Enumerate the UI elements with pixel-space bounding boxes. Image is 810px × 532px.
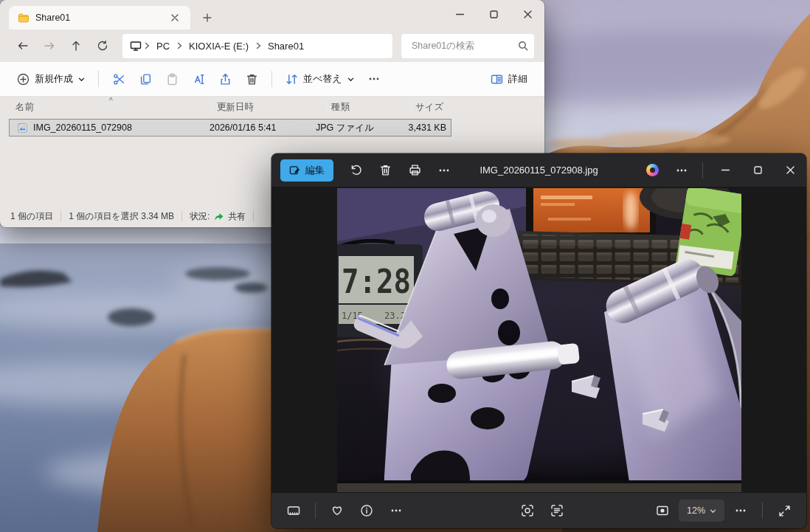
visual-search-button[interactable] xyxy=(513,498,542,523)
rotate-button[interactable] xyxy=(341,158,370,183)
explorer-toolbar: 新規作成 xyxy=(0,62,544,97)
divider xyxy=(271,71,272,87)
close-button[interactable] xyxy=(510,0,544,28)
column-type[interactable]: 種類 xyxy=(328,100,412,114)
breadcrumb[interactable]: PC KIOXIA-E (E:) Share01 xyxy=(122,34,392,58)
tab-title: Share01 xyxy=(35,13,159,23)
breadcrumb-item-folder[interactable]: Share01 xyxy=(263,41,308,52)
divider xyxy=(181,211,182,221)
minimize-icon xyxy=(721,166,730,174)
chevron-right-icon xyxy=(143,42,150,49)
plus-icon xyxy=(203,13,212,22)
clock-time: 7:28 xyxy=(342,263,411,300)
explorer-tab-bar: Share01 xyxy=(0,0,544,30)
edit-label: 編集 xyxy=(305,164,325,177)
copy-button[interactable] xyxy=(132,66,159,91)
minimize-icon xyxy=(456,10,464,18)
more-button[interactable] xyxy=(429,158,459,183)
scissors-icon xyxy=(113,73,125,86)
maximize-button[interactable] xyxy=(741,153,774,187)
maximize-button[interactable] xyxy=(477,0,510,28)
text-extract-icon xyxy=(550,504,564,517)
filmstrip-button[interactable] xyxy=(279,498,308,523)
desktop: Share01 xyxy=(0,0,810,532)
share-button[interactable] xyxy=(212,66,238,91)
fullscreen-button[interactable] xyxy=(769,498,799,523)
status-share-label[interactable]: 共有 xyxy=(228,210,246,223)
refresh-button[interactable] xyxy=(90,34,115,58)
column-modified[interactable]: 更新日時 xyxy=(213,100,328,114)
divider xyxy=(98,71,99,87)
rename-button[interactable] xyxy=(185,66,212,91)
zoom-level-dropdown[interactable]: 12% xyxy=(679,500,724,522)
image-file-icon xyxy=(17,122,28,134)
divider xyxy=(702,162,703,179)
copilot-icon xyxy=(646,164,659,176)
zoom-more-button[interactable] xyxy=(726,498,755,523)
column-headers: ^ 名前 更新日時 種類 サイズ xyxy=(0,97,544,117)
arrow-right-icon xyxy=(44,40,55,52)
chevron-right-icon xyxy=(255,42,262,49)
info-icon xyxy=(360,504,373,517)
paste-button[interactable] xyxy=(159,66,185,91)
photos-toolbar: 12% xyxy=(271,493,806,528)
ellipsis-icon xyxy=(438,165,450,176)
more-options-button[interactable] xyxy=(361,66,387,91)
share-icon xyxy=(219,73,232,86)
sort-ascending-caret: ^ xyxy=(109,97,113,105)
ellipsis-icon xyxy=(735,505,747,517)
search-icon xyxy=(518,41,528,51)
file-modified: 2026/01/16 5:41 xyxy=(210,122,316,133)
paste-icon xyxy=(166,73,179,86)
forward-button[interactable] xyxy=(37,34,62,58)
cut-button[interactable] xyxy=(105,66,132,91)
edit-button[interactable]: 編集 xyxy=(280,159,333,182)
details-view-button[interactable]: 詳細 xyxy=(484,66,534,91)
minimize-button[interactable] xyxy=(443,0,477,28)
text-extract-button[interactable] xyxy=(542,498,572,523)
explorer-caption-buttons xyxy=(443,0,544,28)
back-button[interactable] xyxy=(10,34,35,58)
sort-button[interactable]: 並べ替え xyxy=(279,66,361,91)
search-input[interactable] xyxy=(410,40,518,52)
favorite-button[interactable] xyxy=(322,498,352,523)
info-button[interactable] xyxy=(352,498,381,523)
plus-circle-icon xyxy=(17,73,30,86)
ellipsis-icon xyxy=(368,73,380,85)
print-button[interactable] xyxy=(400,158,429,183)
chevron-down-icon xyxy=(710,508,716,514)
new-item-label: 新規作成 xyxy=(35,72,73,86)
folder-icon xyxy=(18,12,30,24)
delete-button[interactable] xyxy=(238,66,265,91)
new-item-button[interactable]: 新規作成 xyxy=(10,66,91,91)
new-tab-button[interactable] xyxy=(198,8,217,27)
visual-search-icon xyxy=(521,504,534,517)
status-item-count: 1 個の項目 xyxy=(10,210,53,223)
chevron-down-icon xyxy=(347,76,354,83)
breadcrumb-item-drive[interactable]: KIOXIA-E (E:) xyxy=(184,41,253,52)
copy-icon xyxy=(139,73,152,86)
tab-close-icon[interactable] xyxy=(165,8,184,27)
photo-image[interactable]: 7:28 1/15 23.2 xyxy=(337,188,741,492)
printer-icon xyxy=(409,164,421,176)
close-button[interactable] xyxy=(774,153,806,187)
more-button-right[interactable] xyxy=(667,158,696,183)
copilot-button[interactable] xyxy=(637,158,667,183)
zoom-fit-button[interactable] xyxy=(648,498,677,523)
table-row[interactable]: IMG_20260115_072908 2026/01/16 5:41 JPG … xyxy=(9,119,451,137)
photos-titlebar: 編集 IMG_20260115_072908.jpg xyxy=(271,153,806,187)
delete-button[interactable] xyxy=(370,158,400,183)
column-size[interactable]: サイズ xyxy=(412,100,474,114)
sort-icon xyxy=(285,73,298,86)
refresh-icon xyxy=(97,40,108,52)
more-button[interactable] xyxy=(381,498,411,523)
rename-icon xyxy=(193,73,205,86)
up-button[interactable] xyxy=(63,34,89,58)
minimize-button[interactable] xyxy=(709,153,741,187)
details-panel-icon xyxy=(491,73,503,86)
chevron-right-icon xyxy=(176,42,183,49)
details-label: 詳細 xyxy=(508,72,527,86)
breadcrumb-item-pc[interactable]: PC xyxy=(152,41,174,52)
explorer-tab[interactable]: Share01 xyxy=(9,6,190,30)
maximize-icon xyxy=(754,166,762,174)
